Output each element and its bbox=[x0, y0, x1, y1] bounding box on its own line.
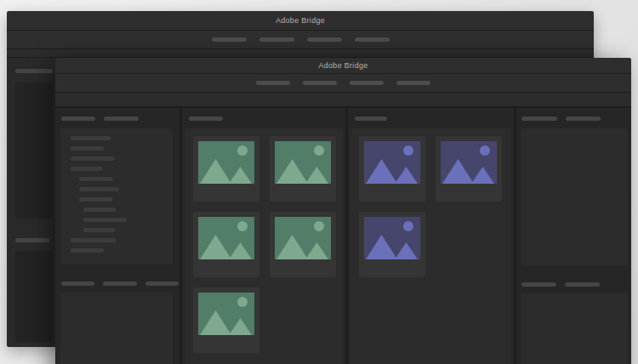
mountain-shape bbox=[366, 235, 397, 259]
image-placeholder-icon bbox=[275, 141, 331, 184]
folder-item-placeholder[interactable] bbox=[71, 156, 115, 161]
sun-icon bbox=[237, 145, 248, 156]
panel-tab-placeholder[interactable] bbox=[103, 282, 137, 286]
thumbnail-card[interactable] bbox=[359, 136, 425, 202]
sidebar-folders-panel bbox=[55, 108, 179, 364]
panel-tab-row bbox=[15, 69, 53, 73]
window-titlebar[interactable]: Adobe Bridge bbox=[7, 11, 594, 31]
menu-item-placeholder[interactable] bbox=[355, 37, 390, 42]
panel-tab-placeholder[interactable] bbox=[104, 117, 139, 121]
panel-tab-placeholder[interactable] bbox=[15, 69, 53, 73]
folder-item-placeholder[interactable] bbox=[83, 228, 115, 232]
mountain-shape bbox=[305, 242, 328, 259]
sidebar-bottom-tab-row bbox=[55, 281, 179, 286]
mountain-shape bbox=[229, 318, 252, 335]
toolbar bbox=[55, 93, 631, 108]
window-content bbox=[55, 108, 631, 364]
content-group-purple bbox=[348, 108, 514, 364]
thumbnail-grid bbox=[350, 128, 511, 364]
sun-icon bbox=[403, 221, 413, 231]
panel-tab-placeholder[interactable] bbox=[15, 238, 49, 242]
mountain-shape bbox=[305, 167, 328, 184]
menu-item-placeholder[interactable] bbox=[303, 81, 337, 85]
image-placeholder-icon bbox=[275, 217, 331, 259]
sun-icon bbox=[403, 145, 413, 156]
thumbnail-card[interactable] bbox=[193, 212, 259, 277]
panel-tab-placeholder[interactable] bbox=[521, 117, 557, 121]
mountain-shape bbox=[442, 159, 474, 184]
folder-item-placeholder[interactable] bbox=[71, 146, 104, 151]
mountain-shape bbox=[229, 167, 252, 184]
image-placeholder-icon bbox=[364, 217, 420, 259]
metadata-panel-placeholder bbox=[521, 293, 628, 364]
panel-tab-row bbox=[15, 238, 49, 242]
preview-panel bbox=[516, 108, 631, 364]
folder-item-placeholder[interactable] bbox=[79, 177, 113, 181]
thumbnail-card[interactable] bbox=[436, 136, 502, 202]
thumbnail-card[interactable] bbox=[359, 212, 425, 277]
panel-tab-placeholder[interactable] bbox=[189, 117, 223, 121]
mountain-shape bbox=[471, 167, 494, 184]
filter-panel-placeholder bbox=[60, 293, 173, 364]
image-placeholder-icon bbox=[198, 217, 254, 259]
thumbnail-grid bbox=[185, 128, 343, 364]
panel-tab-placeholder[interactable] bbox=[145, 282, 179, 286]
sun-icon bbox=[314, 145, 324, 156]
image-placeholder-icon bbox=[364, 141, 420, 184]
toolbar bbox=[7, 49, 594, 58]
folder-item-placeholder[interactable] bbox=[79, 187, 119, 191]
panel-tab-placeholder[interactable] bbox=[565, 282, 600, 287]
metadata-tab-row bbox=[516, 282, 631, 287]
window-title: Adobe Bridge bbox=[276, 16, 325, 25]
mountain-shape bbox=[200, 159, 231, 184]
menu-bar bbox=[7, 31, 594, 49]
sun-icon bbox=[480, 145, 490, 156]
mountain-shape bbox=[229, 242, 252, 259]
menu-item-placeholder[interactable] bbox=[259, 37, 294, 42]
mountain-shape bbox=[366, 159, 397, 184]
folder-tree-panel bbox=[60, 128, 173, 264]
sun-icon bbox=[314, 221, 324, 231]
content-tab-row bbox=[348, 108, 514, 128]
menu-item-placeholder[interactable] bbox=[350, 81, 384, 85]
thumbnail-card[interactable] bbox=[270, 136, 336, 202]
panel-tab-placeholder[interactable] bbox=[61, 117, 95, 121]
panel-tab-placeholder[interactable] bbox=[521, 282, 556, 287]
panel-placeholder bbox=[15, 251, 53, 343]
menu-item-placeholder[interactable] bbox=[212, 37, 247, 42]
menu-bar bbox=[55, 74, 631, 93]
folder-item-placeholder[interactable] bbox=[83, 208, 116, 212]
image-placeholder-icon bbox=[198, 141, 254, 184]
window-titlebar[interactable]: Adobe Bridge bbox=[55, 58, 631, 74]
panel-tab-placeholder[interactable] bbox=[355, 117, 387, 121]
panel-tab-placeholder[interactable] bbox=[61, 282, 94, 286]
image-placeholder-icon bbox=[441, 141, 497, 184]
preview-tab-row bbox=[516, 108, 631, 128]
menu-item-placeholder[interactable] bbox=[396, 81, 430, 85]
folder-item-placeholder[interactable] bbox=[83, 218, 127, 222]
menu-item-placeholder[interactable] bbox=[307, 37, 342, 42]
folder-item-placeholder[interactable] bbox=[71, 136, 111, 140]
folder-item-placeholder[interactable] bbox=[79, 197, 112, 202]
window-title: Adobe Bridge bbox=[318, 61, 367, 70]
thumbnail-card[interactable] bbox=[193, 287, 259, 353]
mountain-shape bbox=[276, 159, 308, 184]
image-placeholder-icon bbox=[198, 293, 254, 335]
sun-icon bbox=[237, 297, 248, 307]
sidebar-tab-row bbox=[55, 108, 179, 128]
mountain-shape bbox=[276, 235, 308, 259]
thumbnail-card[interactable] bbox=[270, 212, 336, 277]
preview-panel-placeholder bbox=[521, 128, 628, 265]
sun-icon bbox=[237, 221, 248, 231]
panel-tab-placeholder[interactable] bbox=[566, 117, 601, 121]
folder-item-placeholder[interactable] bbox=[71, 248, 104, 253]
mountain-shape bbox=[395, 167, 418, 184]
mountain-shape bbox=[200, 235, 231, 259]
folder-item-placeholder[interactable] bbox=[71, 238, 116, 242]
mountain-shape bbox=[200, 310, 231, 335]
thumbnail-card[interactable] bbox=[193, 136, 259, 202]
content-group-green bbox=[182, 108, 345, 364]
mountain-shape bbox=[395, 242, 418, 259]
menu-item-placeholder[interactable] bbox=[256, 81, 290, 85]
folder-item-placeholder[interactable] bbox=[71, 167, 103, 171]
